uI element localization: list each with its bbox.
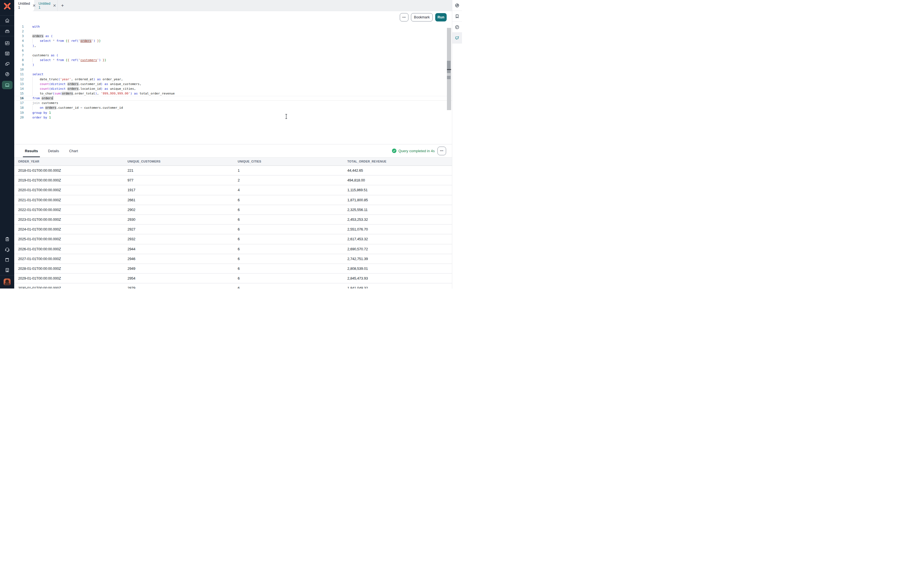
scrollbar-thumb[interactable] (447, 61, 451, 73)
organization-icon (5, 267, 10, 273)
table-cell: 2028-01-01T00:00:00.000Z (18, 266, 128, 271)
sidebar-item-home[interactable] (0, 16, 14, 26)
table-row[interactable]: 2026-01-01T00:00:00.000Z294462,690,570.7… (14, 245, 452, 254)
sidebar-item-docs[interactable] (0, 255, 14, 265)
tab-untitled-2[interactable]: Untitled 1 ✕ (35, 0, 58, 11)
table-cell: 6 (238, 257, 347, 261)
line-number: 4 (14, 39, 24, 43)
table-cell: 2932 (128, 237, 238, 241)
more-options-button[interactable]: ••• (400, 13, 409, 21)
table-cell: 2026-01-01T00:00:00.000Z (18, 247, 128, 251)
sidebar-item-explore[interactable] (0, 69, 14, 79)
support-headset-icon (5, 247, 10, 252)
code-line: 16from orders (14, 96, 452, 101)
line-number: 7 (14, 53, 24, 58)
sidebar-item-code[interactable] (0, 48, 14, 58)
table-row[interactable]: 2025-01-01T00:00:00.000Z293262,617,453.3… (14, 234, 452, 244)
tab-chart[interactable]: Chart (67, 144, 80, 157)
column-header-unique-cities[interactable]: UNIQUE_CITIES (238, 160, 347, 163)
table-cell: 977 (128, 178, 238, 182)
right-rail-history[interactable] (452, 22, 462, 32)
table-cell: 44,442.65 (347, 168, 452, 172)
sidebar-item-collections[interactable] (0, 26, 14, 36)
new-tab-button[interactable]: + (58, 0, 67, 11)
code-line: 17join customers (14, 101, 452, 105)
code-line: 3orders as ( (14, 34, 452, 39)
table-row[interactable]: 2018-01-01T00:00:00.000Z221144,442.65 (14, 166, 452, 176)
table-row[interactable]: 2020-01-01T00:00:00.000Z191741,115,869.5… (14, 185, 452, 195)
table-cell: 2 (238, 178, 347, 182)
line-number: 10 (14, 67, 24, 72)
compass-icon (454, 3, 460, 8)
scrollbar-marker (447, 76, 451, 79)
laptop-icon (5, 82, 10, 88)
table-cell: 2030-01-01T00:00:00.000Z (18, 286, 128, 288)
tab-untitled-1[interactable]: Untitled 1 ✕ (14, 0, 35, 11)
code-line: 10 (14, 67, 452, 72)
right-rail-explore[interactable] (452, 0, 462, 11)
code-line: 15 to_char(sum(orders.order_total), '999… (14, 91, 452, 96)
table-cell: 6 (238, 237, 347, 241)
table-row[interactable]: 2019-01-01T00:00:00.000Z9772494,818.00 (14, 176, 452, 185)
table-row[interactable]: 2024-01-01T00:00:00.000Z292762,551,076.7… (14, 225, 452, 234)
table-cell: 2,551,076.70 (347, 227, 452, 231)
table-cell: 2902 (128, 208, 238, 212)
table-row[interactable]: 2021-01-01T00:00:00.000Z266161,871,800.8… (14, 195, 452, 205)
bookmark-button[interactable]: Bookmark (411, 13, 433, 21)
column-header-total-order-revenue[interactable]: TOTAL_ORDER_REVENUE (347, 160, 452, 163)
table-cell: 2,617,453.32 (347, 237, 452, 241)
right-rail-bookmarks[interactable] (452, 11, 462, 22)
results-tab-bar: Results Details Chart Query completed in… (14, 144, 452, 158)
hex-logo[interactable] (0, 0, 14, 16)
table-row[interactable]: 2029-01-01T00:00:00.000Z295462,845,473.9… (14, 274, 452, 284)
table-cell: 1,871,800.85 (347, 198, 452, 202)
table-cell: 2930 (128, 218, 238, 222)
table-cell: 2,453,253.32 (347, 218, 452, 222)
table-cell: 2018-01-01T00:00:00.000Z (18, 168, 128, 172)
clipboard-icon (5, 236, 10, 242)
tab-results[interactable]: Results (23, 144, 40, 157)
sidebar-item-workspace[interactable] (0, 80, 14, 90)
query-status: Query completed in 4s (392, 148, 435, 153)
right-rail-ai-assistant[interactable] (452, 32, 462, 44)
column-header-unique-customers[interactable]: UNIQUE_CUSTOMERS (128, 160, 238, 163)
line-number: 8 (14, 58, 24, 63)
line-number: 16 (14, 96, 24, 101)
sidebar-item-components[interactable] (0, 58, 14, 69)
code-line: 4 select * from {{ ref('orders') }} (14, 39, 452, 43)
table-cell: 2027-01-01T00:00:00.000Z (18, 257, 128, 261)
sidebar-item-support[interactable] (0, 244, 14, 255)
close-icon[interactable]: ✕ (53, 3, 56, 8)
results-more-button[interactable]: ••• (438, 147, 446, 155)
table-cell: 2,742,751.39 (347, 257, 452, 261)
code-line: 19group by 1 (14, 110, 452, 115)
sql-editor[interactable]: 1with23orders as (4 select * from {{ ref… (14, 23, 452, 144)
bookmark-icon (454, 14, 460, 19)
table-row[interactable]: 2023-01-01T00:00:00.000Z293062,453,253.3… (14, 215, 452, 225)
table-cell: 6 (238, 227, 347, 231)
table-cell: 2024-01-01T00:00:00.000Z (18, 227, 128, 231)
table-row[interactable]: 2030-01-01T00:00:00.000Z287961,841,049.3… (14, 284, 452, 288)
table-row[interactable]: 2022-01-01T00:00:00.000Z290262,325,556.1… (14, 205, 452, 215)
code-line: 6 (14, 48, 452, 53)
table-row[interactable]: 2027-01-01T00:00:00.000Z294662,742,751.3… (14, 254, 452, 264)
sidebar-item-apps[interactable] (0, 38, 14, 48)
user-menu[interactable] (0, 275, 14, 288)
sidebar-item-organization[interactable] (0, 265, 14, 275)
windows-icon (5, 61, 10, 67)
table-cell: 2029-01-01T00:00:00.000Z (18, 276, 128, 280)
table-row[interactable]: 2028-01-01T00:00:00.000Z294962,808,539.0… (14, 264, 452, 274)
table-cell: 6 (238, 276, 347, 280)
table-cell: 2020-01-01T00:00:00.000Z (18, 188, 128, 192)
docs-book-icon (5, 257, 10, 263)
column-header-order-year[interactable]: ORDER_YEAR (18, 160, 128, 163)
text-cursor-pointer (284, 114, 288, 121)
table-cell: 1,115,869.51 (347, 188, 452, 192)
tab-details[interactable]: Details (46, 144, 61, 157)
line-number: 2 (14, 29, 24, 34)
editor-scrollbar[interactable] (447, 28, 451, 110)
table-cell: 6 (238, 266, 347, 271)
table-cell: 2,690,570.72 (347, 247, 452, 251)
sidebar-item-changelog[interactable] (0, 234, 14, 244)
run-button[interactable]: Run (435, 13, 447, 21)
